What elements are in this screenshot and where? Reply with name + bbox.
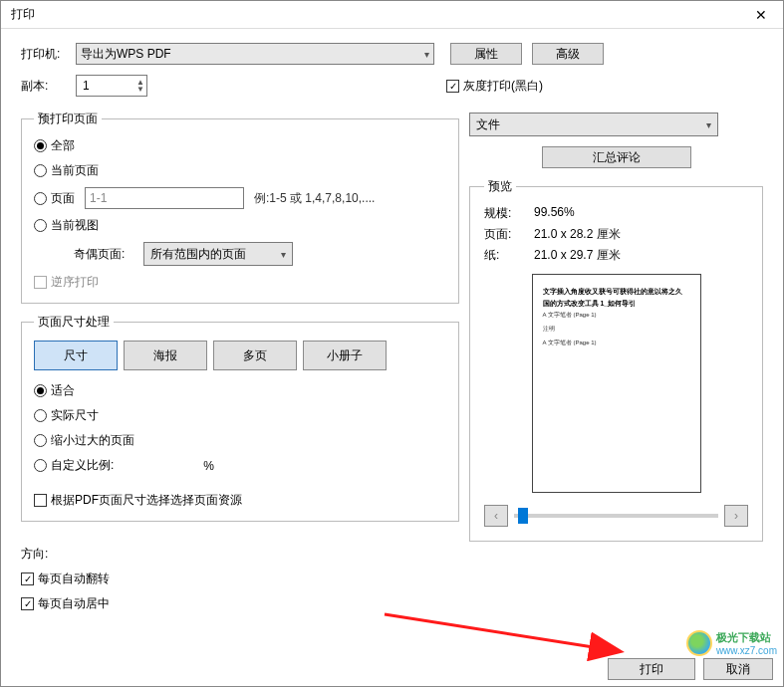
preview-page: 文字插入角度收又获号可获得社的意以将之久 国的方式改变工具 1_如何导引 A 文… (532, 274, 701, 493)
watermark-name: 极光下载站 (716, 630, 777, 645)
properties-button[interactable]: 属性 (450, 43, 522, 65)
preview-doc-line3: A 文字笔者 (Page 1) (543, 339, 690, 346)
preview-doc-subtitle: 国的方式改变工具 1_如何导引 (543, 299, 690, 309)
radio-custom[interactable] (34, 459, 47, 472)
close-icon: ✕ (755, 7, 767, 23)
auto-center-checkbox[interactable]: ✓ (21, 597, 34, 610)
radio-shrink[interactable] (34, 434, 47, 447)
copies-value: 1 (83, 79, 90, 93)
size-handling-legend: 页面尺寸处理 (34, 314, 114, 331)
printer-label: 打印机: (21, 46, 76, 63)
radio-fit[interactable] (34, 384, 47, 397)
percent-sign: % (203, 459, 214, 473)
spinner-arrows-icon: ▲▼ (136, 79, 144, 93)
grayscale-label: 灰度打印(黑白) (463, 78, 543, 95)
auto-flip-checkbox[interactable]: ✓ (21, 572, 34, 585)
radio-current-view-row[interactable]: 当前视图 (34, 217, 446, 234)
radio-all-label: 全部 (51, 137, 75, 154)
radio-actual[interactable] (34, 409, 47, 422)
chevron-left-icon: ‹ (494, 509, 498, 523)
pages-example: 例:1-5 或 1,4,7,8,10,.... (254, 190, 375, 207)
reverse-checkbox[interactable] (34, 276, 47, 289)
tab-booklet[interactable]: 小册子 (303, 341, 387, 370)
cancel-button[interactable]: 取消 (703, 658, 773, 680)
preview-doc-title: 文字插入角度收又获号可获得社的意以将之久 (543, 287, 690, 297)
choose-by-pdf-checkbox[interactable] (34, 494, 47, 507)
radio-current-view[interactable] (34, 219, 47, 232)
window-title: 打印 (11, 6, 35, 23)
watermark-url: www.xz7.com (716, 645, 777, 656)
copies-label: 副本: (21, 78, 76, 95)
close-button[interactable]: ✕ (739, 1, 783, 29)
radio-current-page[interactable] (34, 164, 47, 177)
chevron-down-icon: ▾ (424, 49, 429, 60)
reverse-label: 逆序打印 (51, 274, 99, 291)
radio-actual-label: 实际尺寸 (51, 407, 99, 424)
auto-center-label: 每页自动居中 (38, 595, 110, 612)
printer-selected-value: 导出为WPS PDF (81, 46, 171, 63)
radio-pages[interactable] (34, 192, 47, 205)
preview-legend: 预览 (484, 178, 516, 195)
pages-input[interactable]: 1-1 (85, 187, 244, 209)
tab-multi[interactable]: 多页 (213, 341, 297, 370)
tab-size[interactable]: 尺寸 (34, 341, 118, 370)
preview-next-button[interactable]: › (724, 505, 748, 527)
odd-even-value: 所有范围内的页面 (150, 246, 246, 263)
auto-flip-label: 每页自动翻转 (38, 571, 110, 587)
radio-pages-row[interactable]: 页面 1-1 例:1-5 或 1,4,7,8,10,.... (34, 187, 446, 209)
watermark-logo-icon (686, 630, 712, 656)
titlebar: 打印 ✕ (1, 1, 783, 29)
radio-actual-row[interactable]: 实际尺寸 (34, 407, 446, 424)
file-dropdown-value: 文件 (476, 116, 500, 133)
radio-shrink-label: 缩小过大的页面 (51, 432, 134, 449)
scale-value: 99.56% (534, 205, 575, 222)
radio-current-page-row[interactable]: 当前页面 (34, 162, 446, 179)
choose-by-pdf-label: 根据PDF页面尺寸选择选择页面资源 (51, 492, 242, 509)
page-range-group: 预打印页面 全部 当前页面 页面 1-1 例:1-5 或 1,4,7,8,10,… (21, 111, 459, 304)
size-handling-group: 页面尺寸处理 尺寸 海报 多页 小册子 适合 实际尺寸 (21, 314, 459, 522)
page-range-legend: 预打印页面 (34, 111, 102, 127)
radio-pages-label: 页面 (51, 190, 85, 207)
preview-doc-line2: 注明 (543, 325, 690, 333)
radio-shrink-row[interactable]: 缩小过大的页面 (34, 432, 446, 449)
radio-all-row[interactable]: 全部 (34, 137, 446, 154)
odd-even-dropdown[interactable]: 所有范围内的页面 ▾ (143, 242, 293, 266)
preview-prev-button[interactable]: ‹ (484, 505, 508, 527)
preview-slider[interactable] (514, 514, 718, 518)
chevron-down-icon: ▾ (706, 119, 711, 130)
copies-spinner[interactable]: 1 ▲▼ (76, 75, 147, 97)
page-dim-value: 21.0 x 28.2 厘米 (534, 226, 621, 243)
advanced-button[interactable]: 高级 (532, 43, 604, 65)
chevron-right-icon: › (734, 509, 738, 523)
radio-all[interactable] (34, 139, 47, 152)
radio-fit-label: 适合 (51, 382, 75, 399)
radio-fit-row[interactable]: 适合 (34, 382, 446, 399)
radio-current-view-label: 当前视图 (51, 217, 99, 234)
file-dropdown[interactable]: 文件 ▾ (469, 113, 718, 136)
radio-custom-label: 自定义比例: (51, 457, 114, 474)
radio-custom-row[interactable]: 自定义比例: % (34, 457, 446, 474)
chevron-down-icon: ▾ (281, 249, 286, 260)
odd-even-label: 奇偶页面: (74, 246, 143, 263)
paper-dim-label: 纸: (484, 247, 534, 264)
grayscale-checkbox[interactable]: ✓ (446, 80, 459, 93)
print-dialog: 打印 ✕ 打印机: 导出为WPS PDF ▾ 属性 高级 副本: 1 ▲▼ ✓ (0, 0, 784, 687)
printer-select[interactable]: 导出为WPS PDF ▾ (76, 43, 434, 65)
preview-group: 预览 规模: 99.56% 页面: 21.0 x 28.2 厘米 纸: 21.0… (469, 178, 763, 542)
orientation-label: 方向: (21, 546, 459, 563)
slider-thumb[interactable] (518, 508, 528, 524)
print-button[interactable]: 打印 (608, 658, 695, 680)
paper-dim-value: 21.0 x 29.7 厘米 (534, 247, 621, 264)
summary-comments-button[interactable]: 汇总评论 (542, 146, 691, 168)
preview-doc-line1: A 文字笔者 (Page 1) (543, 311, 690, 319)
radio-current-page-label: 当前页面 (51, 162, 99, 179)
scale-label: 规模: (484, 205, 534, 222)
tab-poster[interactable]: 海报 (124, 341, 207, 370)
page-dim-label: 页面: (484, 226, 534, 243)
watermark: 极光下载站 www.xz7.com (686, 630, 777, 656)
